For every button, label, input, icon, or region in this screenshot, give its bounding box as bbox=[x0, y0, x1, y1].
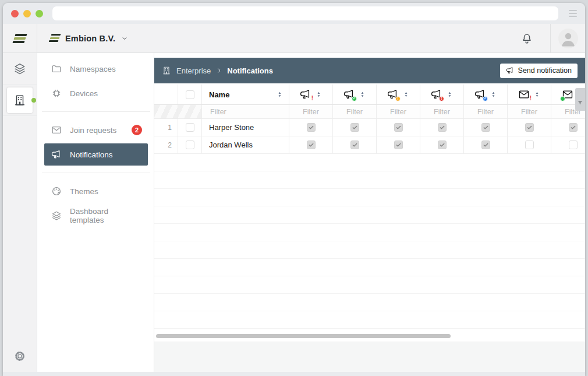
chevron-right-icon bbox=[215, 67, 222, 74]
avatar[interactable] bbox=[558, 29, 578, 48]
status-cell-envelope-error bbox=[508, 119, 551, 136]
notifications-bell-icon[interactable] bbox=[520, 32, 533, 45]
status-checkbox[interactable] bbox=[394, 140, 403, 149]
empty-row bbox=[154, 206, 585, 224]
status-badge: ✓ bbox=[352, 96, 357, 101]
select-all-checkbox[interactable] bbox=[186, 90, 194, 99]
status-checkbox[interactable] bbox=[569, 123, 578, 132]
status-cell-megaphone-info bbox=[464, 119, 508, 136]
row-select-checkbox[interactable] bbox=[186, 140, 194, 149]
status-checkbox[interactable] bbox=[394, 123, 403, 132]
status-badge: ✓ bbox=[483, 96, 488, 101]
filter-cell-name bbox=[202, 105, 289, 118]
embion-logo-icon bbox=[14, 34, 26, 43]
sort-icon[interactable] bbox=[277, 90, 283, 99]
status-checkbox[interactable] bbox=[481, 140, 490, 149]
status-cell-envelope-error bbox=[508, 136, 551, 153]
folder-icon bbox=[51, 64, 62, 74]
browser-menu-icon[interactable] bbox=[569, 10, 577, 17]
status-checkbox[interactable] bbox=[350, 140, 359, 149]
embion-logo-icon bbox=[50, 34, 59, 42]
header-cell-name[interactable]: Name bbox=[202, 85, 289, 104]
empty-row bbox=[154, 311, 585, 329]
sort-icon[interactable] bbox=[534, 90, 540, 99]
sidebar-item-label: Join requests bbox=[70, 126, 116, 135]
header-cell-megaphone-info[interactable]: ✓ bbox=[464, 85, 508, 104]
breadcrumb-enterprise[interactable]: Enterprise bbox=[176, 66, 211, 75]
sidebar-item-namespaces[interactable]: Namespaces bbox=[44, 58, 148, 80]
header-cell-envelope-error[interactable]: ! bbox=[508, 85, 551, 104]
megaphone-warning-filter-input[interactable] bbox=[377, 108, 420, 116]
window-controls bbox=[11, 10, 43, 17]
megaphone-info-icon: ✓ bbox=[474, 89, 486, 100]
horizontal-scrollbar-thumb[interactable] bbox=[156, 334, 451, 338]
rail-item-dashboards[interactable] bbox=[3, 53, 37, 85]
building-icon bbox=[7, 87, 33, 113]
status-checkbox[interactable] bbox=[307, 123, 316, 132]
header-select-all bbox=[178, 85, 202, 104]
minimize-button[interactable] bbox=[23, 10, 31, 17]
table-row: 2Jordan Wells bbox=[154, 136, 585, 154]
status-checkbox[interactable] bbox=[307, 140, 316, 149]
breadcrumb: Enterprise Notifications Send notificati… bbox=[154, 58, 585, 83]
status-cell-megaphone-error bbox=[289, 119, 333, 136]
user-menu[interactable] bbox=[550, 24, 585, 52]
row-number: 2 bbox=[154, 136, 178, 153]
status-badge: ! bbox=[530, 96, 532, 101]
envelope-icon bbox=[51, 125, 62, 135]
status-cell-megaphone-alert bbox=[420, 119, 464, 136]
name-filter-input[interactable] bbox=[209, 108, 283, 116]
megaphone-error-filter-input[interactable] bbox=[289, 108, 332, 116]
filter-disabled-cell bbox=[178, 105, 202, 118]
sort-icon[interactable] bbox=[447, 90, 453, 99]
organization-switcher[interactable]: Embion B.V. bbox=[37, 34, 128, 43]
sidebar-item-join-requests[interactable]: Join requests2 bbox=[44, 119, 148, 141]
header-cell-megaphone-success[interactable]: ✓ bbox=[333, 85, 377, 104]
filter-disabled-cell bbox=[154, 105, 178, 118]
megaphone-icon bbox=[51, 149, 62, 160]
status-checkbox[interactable] bbox=[525, 140, 534, 149]
row-select-checkbox[interactable] bbox=[186, 123, 194, 132]
chevron-down-icon bbox=[121, 35, 128, 42]
settings-gear-icon[interactable] bbox=[13, 350, 26, 363]
icon-rail bbox=[3, 53, 37, 372]
sidebar-item-notifications[interactable]: Notifications bbox=[44, 143, 148, 166]
header-cell-megaphone-warning[interactable]: ! bbox=[377, 85, 420, 104]
sort-icon[interactable] bbox=[359, 90, 366, 99]
megaphone-alert-filter-input[interactable] bbox=[420, 108, 463, 116]
sidebar-item-themes[interactable]: Themes bbox=[44, 180, 148, 202]
sidebar-item-label: Namespaces bbox=[70, 65, 116, 73]
app-logo-cell[interactable] bbox=[3, 24, 37, 52]
row-select-cell bbox=[178, 136, 202, 153]
sort-icon[interactable] bbox=[403, 90, 409, 99]
close-button[interactable] bbox=[11, 10, 19, 17]
count-badge: 2 bbox=[132, 125, 142, 135]
sidebar-item-label: Themes bbox=[70, 187, 98, 196]
header-cell-megaphone-alert[interactable]: ! bbox=[420, 85, 464, 104]
sort-icon[interactable] bbox=[490, 90, 497, 99]
column-filter-tab[interactable] bbox=[575, 88, 585, 111]
status-checkbox[interactable] bbox=[481, 123, 490, 132]
rail-item-enterprise[interactable] bbox=[3, 85, 37, 116]
sidebar-item-dashboard-templates[interactable]: Dashboard templates bbox=[44, 205, 148, 227]
status-checkbox[interactable] bbox=[350, 123, 359, 132]
status-checkbox[interactable] bbox=[438, 140, 447, 149]
palette-icon bbox=[51, 186, 62, 196]
sort-icon[interactable] bbox=[316, 90, 322, 99]
send-notification-button[interactable]: Send notification bbox=[500, 64, 578, 78]
status-cell-envelope-success bbox=[551, 119, 585, 136]
status-checkbox[interactable] bbox=[438, 123, 447, 132]
chip-icon bbox=[51, 88, 62, 99]
envelope-error-filter-input[interactable] bbox=[508, 108, 551, 116]
table-row: 1Harper Stone bbox=[154, 119, 585, 136]
zoom-button[interactable] bbox=[36, 10, 43, 17]
status-checkbox[interactable] bbox=[569, 140, 578, 149]
filter-cell-megaphone-error bbox=[289, 105, 333, 118]
megaphone-info-filter-input[interactable] bbox=[464, 108, 507, 116]
sidebar-item-devices[interactable]: Devices bbox=[44, 82, 148, 104]
megaphone-success-filter-input[interactable] bbox=[333, 108, 376, 116]
header-cell-megaphone-error[interactable]: ! bbox=[289, 85, 333, 104]
address-bar[interactable] bbox=[52, 6, 558, 20]
status-checkbox[interactable] bbox=[525, 123, 534, 132]
app-header: Embion B.V. bbox=[3, 24, 585, 53]
